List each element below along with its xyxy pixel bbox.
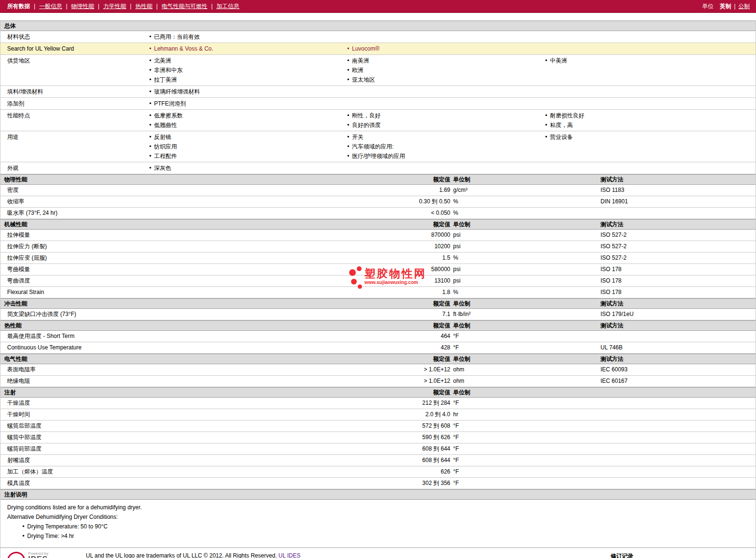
list-item[interactable]: •Luvocom®	[344, 44, 542, 53]
row-values-col-2: •刚性，良好•良好的强度	[344, 111, 542, 130]
property-test-method	[594, 478, 756, 489]
bullet-icon: •	[146, 132, 154, 142]
bullet-icon: •	[542, 111, 550, 120]
row-values-col-2: •南美洲•欧洲•亚太地区	[344, 56, 542, 84]
column-header-value: 额定值	[413, 354, 450, 364]
property-test-method: IEC 60167	[594, 376, 756, 387]
property-value: > 1.0E+12	[413, 364, 450, 375]
value-text: 开关	[352, 132, 363, 142]
row-values-col-1: •反射镜•纺织应用•工程配件	[146, 132, 344, 161]
row-label: 添加剂	[0, 99, 146, 108]
property-value: 1.5	[413, 253, 450, 263]
row-values-col-1: •低摩擦系数•低翘曲性	[146, 111, 344, 130]
bullet-icon: •	[344, 142, 352, 151]
bullet-icon: •	[146, 44, 154, 53]
column-header-unit: 单位制	[450, 354, 594, 364]
section-header-notes: 注射说明	[0, 489, 756, 500]
row-label: 材料状态	[0, 32, 146, 42]
nav-separator: |	[156, 3, 158, 10]
bullet-icon: •	[20, 522, 27, 531]
table-row: 性能特点•低摩擦系数•低翘曲性•刚性，良好•良好的强度•耐磨损性良好•粘度，高	[0, 110, 756, 131]
property-name: 螺筒前部温度	[0, 443, 413, 454]
property-unit: %	[450, 196, 594, 207]
unit-switcher: 单位 英制|公制	[702, 2, 752, 11]
table-row: 绝缘电阻> 1.0E+12ohmIEC 60167	[0, 376, 756, 387]
property-value: 1.8	[413, 287, 450, 298]
row-label[interactable]: Search for UL Yellow Card	[0, 44, 146, 53]
property-test-method: ISO 527-2	[594, 253, 756, 263]
table-row: 拉伸应力 (断裂)10200psiISO 527-2	[0, 241, 756, 253]
datasheet: 总体 材料状态•已商用：当前有效Search for UL Yellow Car…	[0, 21, 756, 558]
property-name: 加工（熔体）温度	[0, 466, 413, 477]
nav-tab-1[interactable]: 所有数据	[7, 2, 30, 11]
value-text: 中美洲	[550, 56, 567, 65]
section-header: 物理性能额定值单位制测试方法	[0, 174, 756, 185]
property-unit: psi	[450, 264, 594, 275]
list-item: •深灰色	[146, 163, 344, 173]
bullet-icon: •	[344, 132, 352, 142]
property-test-method: IEC 60093	[594, 364, 756, 375]
property-unit: °F	[450, 466, 594, 477]
value-text: 耐磨损性良好	[550, 111, 584, 120]
nav-separator: |	[734, 3, 735, 10]
ul-ides-logo: UL ® Powered by IDES	[7, 552, 86, 558]
table-row: 拉伸应变 (屈服)1.5%ISO 527-2	[0, 253, 756, 264]
section-title: 注射	[0, 388, 413, 397]
ides-label: IDES	[28, 556, 48, 558]
ul-ides-link[interactable]: UL IDES	[279, 552, 300, 558]
row-values-col-2	[344, 32, 542, 42]
row-values-col-2	[344, 99, 542, 108]
value-text: 玻璃纤维增强材料	[154, 87, 200, 96]
property-unit: psi	[450, 230, 594, 241]
nav-tab-7[interactable]: 加工信息	[217, 2, 239, 11]
property-sections: 物理性能额定值单位制测试方法密度1.69g/cm³ISO 1183收缩率0.30…	[0, 174, 756, 489]
list-item: •刚性，良好	[344, 111, 542, 120]
property-name: 干燥时间	[0, 409, 413, 420]
property-name: 弯曲强度	[0, 275, 413, 286]
property-test-method	[594, 466, 756, 477]
property-name: 绝缘电阻	[0, 376, 413, 387]
nav-tab-4[interactable]: 力学性能	[103, 2, 126, 11]
nav-tab-2[interactable]: 一般信息	[39, 2, 62, 11]
property-name: 拉伸模量	[0, 230, 413, 241]
property-name: 表面电阻率	[0, 364, 413, 375]
nav-tab-6[interactable]: 电气性能与可燃性	[162, 2, 207, 11]
list-item[interactable]: •Lehmann & Voss & Co.	[146, 44, 344, 53]
property-name: 吸水率 (73°F, 24 hr)	[0, 208, 413, 219]
property-value: 10200	[413, 241, 450, 252]
list-item: •拉丁美洲	[146, 75, 344, 84]
list-item: •亚太地区	[344, 75, 542, 84]
property-unit: psi	[450, 241, 594, 252]
list-item: •非洲和中东	[146, 65, 344, 75]
property-value: 608 到 644	[413, 443, 450, 454]
value-text: 良好的强度	[352, 120, 381, 130]
property-value: 870000	[413, 230, 450, 241]
table-row: 螺筒后部温度572 到 608°F	[0, 421, 756, 432]
bullet-icon: •	[344, 44, 352, 53]
column-header-method: 测试方法	[594, 220, 756, 229]
row-values-col-3: •中美洲	[542, 56, 756, 84]
footer: UL ® Powered by IDES UL and the UL logo …	[0, 547, 756, 558]
page: 所有数据|一般信息|物理性能|力学性能|热性能|电气性能与可燃性|加工信息 单位…	[0, 0, 756, 558]
note-text: Drying Time: >4 hr	[27, 531, 74, 541]
value-text: 医疗/护理领域的应用	[352, 151, 405, 161]
value-text: Luvocom®	[352, 44, 380, 53]
row-values-col-1: •深灰色	[146, 163, 344, 173]
property-test-method: DIN 16901	[594, 196, 756, 207]
nav-tab-5[interactable]: 热性能	[135, 2, 153, 11]
bullet-icon: •	[146, 151, 154, 161]
column-header-value: 额定值	[413, 299, 450, 308]
unit-option-1[interactable]: 英制	[720, 3, 731, 10]
value-text: 反射镜	[154, 132, 171, 142]
property-name: 拉伸应力 (断裂)	[0, 241, 413, 252]
property-name: 密度	[0, 185, 413, 196]
property-value: > 1.0E+12	[413, 376, 450, 387]
section-title: 热性能	[0, 321, 413, 330]
nav-tab-3[interactable]: 物理性能	[71, 2, 94, 11]
row-values-col-2: •开关•汽车领域的应用:•医疗/护理领域的应用	[344, 132, 542, 161]
value-text: 非洲和中东	[154, 65, 183, 75]
table-row: 弯曲强度13100psiISO 178	[0, 275, 756, 287]
ul-logo-text: UL	[11, 556, 21, 558]
property-value: 302 到 356	[413, 478, 450, 489]
unit-option-2[interactable]: 公制	[738, 3, 750, 10]
